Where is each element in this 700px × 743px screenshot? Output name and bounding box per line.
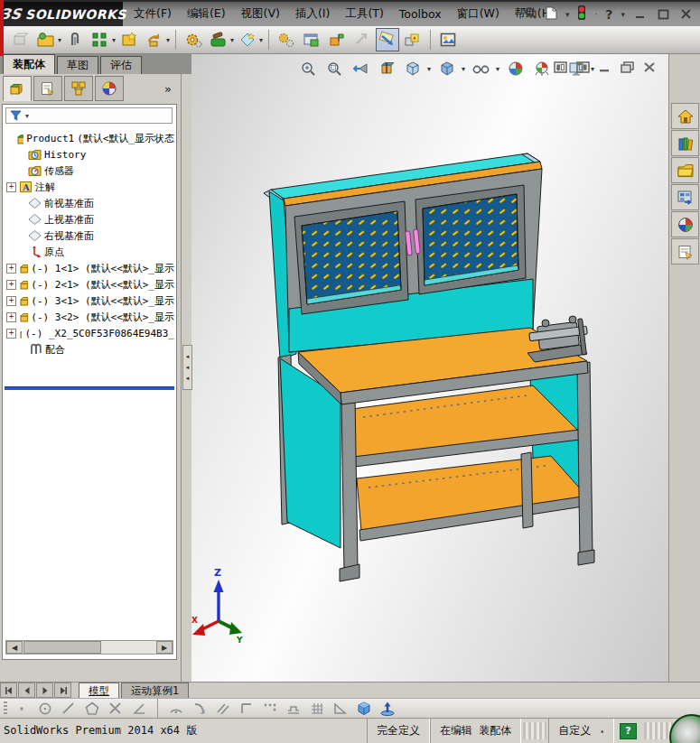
exit-sketch-arrow-icon[interactable] xyxy=(378,701,397,717)
component-pattern-caret-icon[interactable]: ▾ xyxy=(112,36,116,44)
move-component-caret-icon[interactable]: ▾ xyxy=(166,36,170,44)
tab-assembly[interactable]: 装配体 xyxy=(3,54,55,74)
tree-item-component-5[interactable]: + (-) _X2_5C0F53F0864E94B3_ xyxy=(5,325,174,341)
menu-edit[interactable]: 编辑(E) xyxy=(187,6,226,22)
menu-view[interactable]: 视图(V) xyxy=(241,6,280,22)
sketch-line-icon[interactable] xyxy=(60,701,78,717)
quick-tips-help-icon[interactable]: ? xyxy=(620,723,637,739)
sketch-slot-icon[interactable] xyxy=(285,701,303,717)
tree-horizontal-scrollbar[interactable]: ◀ ▶ xyxy=(5,640,173,655)
design-library-tab[interactable] xyxy=(671,130,699,156)
reference-geometry-icon[interactable] xyxy=(236,28,259,51)
scrollbar-thumb[interactable] xyxy=(23,641,101,654)
sketch-angle-icon[interactable] xyxy=(130,701,148,717)
reference-geometry-caret-icon[interactable]: ▾ xyxy=(259,36,263,44)
tree-item-sensors[interactable]: 传感器 xyxy=(5,163,174,179)
window-minimize-icon[interactable] xyxy=(633,8,648,21)
tab-scroll-first-icon[interactable] xyxy=(0,683,17,698)
propertymanager-tab[interactable] xyxy=(33,76,62,101)
pegboard-cabinet[interactable] xyxy=(264,153,542,359)
insert-components-caret-icon[interactable]: ▾ xyxy=(58,36,61,44)
interference-detection-icon[interactable] xyxy=(401,28,425,51)
edit-component-icon[interactable] xyxy=(9,28,33,51)
sketch-arc-icon[interactable] xyxy=(167,701,185,717)
expand-icon[interactable]: + xyxy=(6,182,16,192)
tree-item-history[interactable]: History xyxy=(5,146,174,163)
image-capture-icon[interactable] xyxy=(436,28,460,51)
menu-toolbox[interactable]: Toolbox xyxy=(399,7,442,21)
filter-caret-icon[interactable]: ▾ xyxy=(25,112,29,120)
tree-filter-bar[interactable]: ▾ xyxy=(5,107,173,124)
tree-item-origin[interactable]: 原点 xyxy=(5,244,174,260)
sketch-polygon-icon[interactable] xyxy=(83,701,101,717)
custom-units-field[interactable]: 自定义 ▴ xyxy=(548,719,614,743)
tab-model[interactable]: 模型 xyxy=(79,683,119,698)
new-document-icon[interactable] xyxy=(546,6,557,23)
custom-properties-tab[interactable] xyxy=(671,238,699,265)
tab-scroll-next-icon[interactable] xyxy=(36,683,53,698)
expand-icon[interactable]: + xyxy=(6,280,16,290)
tab-sketch[interactable]: 草图 xyxy=(57,56,98,74)
home-tab[interactable] xyxy=(671,103,699,129)
tree-item-component-4[interactable]: + (-) 3<2> (默认<<默认>_显示 xyxy=(5,309,174,325)
featuremanager-tree-tab[interactable] xyxy=(3,76,32,101)
sketch-circle-icon[interactable] xyxy=(36,701,54,717)
help-caret-icon[interactable]: ▾ xyxy=(621,10,625,19)
tree-item-right-plane[interactable]: 右视基准面 xyxy=(5,228,174,244)
tab-scroll-prev-icon[interactable] xyxy=(18,683,35,698)
panel-collapse-handle[interactable]: ◂ ◂ ◂ xyxy=(182,345,192,390)
expand-icon[interactable]: + xyxy=(6,296,16,306)
insert-components-icon[interactable] xyxy=(34,28,58,51)
sketch-grid-icon[interactable] xyxy=(308,701,326,717)
toolbar-drag-handle[interactable] xyxy=(4,701,7,716)
tree-root-assembly[interactable]: Product1 (默认<默认_显示状态 xyxy=(5,130,174,146)
file-explorer-tab[interactable] xyxy=(671,157,699,183)
scroll-left-icon[interactable]: ◀ xyxy=(6,641,23,654)
tree-item-mates[interactable]: 配合 xyxy=(5,341,174,358)
smart-fasteners-icon[interactable] xyxy=(117,28,141,51)
tree-item-front-plane[interactable]: 前视基准面 xyxy=(5,195,174,211)
sketch-point-icon[interactable] xyxy=(13,701,31,717)
expand-icon[interactable]: + xyxy=(6,329,16,339)
tree-item-component-1[interactable]: + (-) 1<1> (默认<<默认>_显示 xyxy=(5,260,174,276)
configurationmanager-tab[interactable] xyxy=(64,76,93,101)
toolbox-parts-icon[interactable] xyxy=(207,28,230,51)
expand-icon[interactable]: + xyxy=(6,312,16,322)
isometric-cube-icon[interactable] xyxy=(355,701,373,717)
component-pattern-icon[interactable] xyxy=(89,28,112,51)
tab-evaluate[interactable]: 评估 xyxy=(100,56,142,74)
units-caret-icon[interactable]: ▴ xyxy=(600,727,604,735)
tab-motion-study[interactable]: 运动算例1 xyxy=(121,683,189,698)
displaymanager-tab[interactable] xyxy=(95,76,124,101)
manager-overflow-chevron[interactable]: » xyxy=(164,82,172,96)
window-maximize-icon[interactable] xyxy=(656,8,670,21)
sketch-parallel-icon[interactable] xyxy=(214,701,232,717)
search-icon[interactable] xyxy=(524,6,537,23)
motion-gears-icon[interactable] xyxy=(275,28,298,51)
menu-insert[interactable]: 插入(I) xyxy=(295,6,330,22)
measure-arrow-active-icon[interactable] xyxy=(376,28,399,51)
disabled-tool-icon[interactable] xyxy=(350,28,374,51)
sketch-corner-icon[interactable] xyxy=(238,701,256,717)
tree-item-component-2[interactable]: + (-) 2<1> (默认<<默认>_显示 xyxy=(5,276,174,293)
new-document-caret-icon[interactable]: ▾ xyxy=(565,10,570,19)
sketch-tangent-arc-icon[interactable] xyxy=(191,701,209,717)
sketch-trim-icon[interactable] xyxy=(107,701,125,717)
help-icon[interactable]: ? xyxy=(605,7,612,22)
menu-window[interactable]: 窗口(W) xyxy=(457,6,499,22)
display-states-window-icon[interactable] xyxy=(300,28,323,51)
assembly-features-icon[interactable] xyxy=(182,28,205,51)
workbench-model[interactable]: Z X Y xyxy=(191,54,668,682)
scroll-right-icon[interactable]: ▶ xyxy=(156,641,173,654)
mate-icon[interactable] xyxy=(63,28,87,51)
tree-item-component-3[interactable]: + (-) 3<1> (默认<<默认>_显示 xyxy=(5,293,174,309)
view-palette-tab[interactable] xyxy=(671,184,699,210)
workbench-base[interactable] xyxy=(278,328,594,581)
menu-file[interactable]: 文件(F) xyxy=(134,6,172,22)
sketch-construction-points-icon[interactable] xyxy=(261,701,279,717)
expand-icon[interactable]: + xyxy=(6,264,16,274)
mate-diagnostics-icon[interactable] xyxy=(325,28,349,51)
traffic-light-icon[interactable] xyxy=(577,5,586,23)
tree-item-annotations[interactable]: + A 注解 xyxy=(5,179,174,195)
rollback-bar[interactable] xyxy=(5,386,174,390)
